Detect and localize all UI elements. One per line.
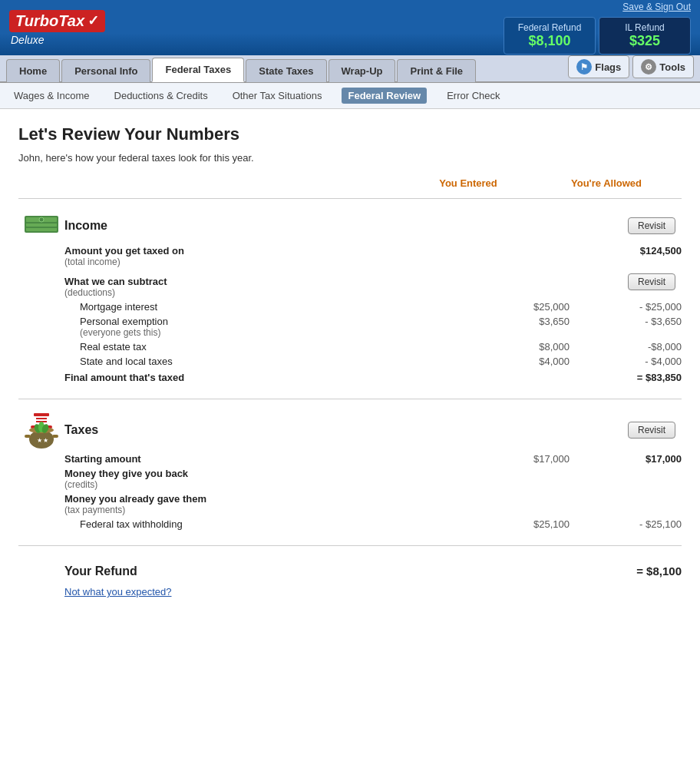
main-nav: Home Personal Info Federal Taxes State T…: [0, 55, 700, 83]
starting-amount-allowed: $17,000: [582, 453, 682, 465]
withholding-allowed: - $25,100: [582, 518, 682, 530]
final-amount-label: Final amount that's taxed: [64, 372, 490, 383]
your-refund-amount: = $8,100: [582, 564, 682, 578]
refund-boxes: Federal Refund $8,100 IL Refund $325: [504, 17, 691, 55]
taxes-label: Taxes: [64, 423, 628, 437]
mortgage-label: Mortgage interest: [64, 301, 490, 313]
amount-taxed-label-group: Amount you get taxed on (total income): [64, 245, 490, 267]
page-title: Let's Review Your Numbers: [18, 124, 682, 144]
tools-button[interactable]: ⚙ Tools: [632, 55, 694, 78]
logo-area: TurboTax ✓ Deluxe: [9, 10, 105, 46]
credits-label: Money they give you back: [64, 468, 490, 479]
income-revisit-button[interactable]: Revisit: [628, 217, 675, 234]
personal-exemption-entered: $3,650: [490, 316, 582, 327]
taxes-header-row: ★ ★ Taxes Revisit: [18, 412, 682, 449]
income-icon: [18, 211, 64, 240]
subtitle: John, here's how your federal taxes look…: [18, 152, 682, 164]
save-sign-out-link[interactable]: Save & Sign Out: [622, 2, 691, 12]
personal-exemption-sub: (everyone gets this): [80, 327, 490, 338]
your-refund-row: Your Refund = $8,100: [18, 558, 682, 581]
income-section: Income Revisit Amount you get taxed on (…: [18, 198, 682, 399]
mortgage-entered: $25,000: [490, 301, 582, 313]
your-refund-label: Your Refund: [18, 564, 277, 578]
federal-refund-box: Federal Refund $8,100: [504, 17, 596, 55]
svg-rect-7: [34, 413, 49, 416]
credits-row: Money they give you back (credits): [18, 468, 682, 490]
flags-label: Flags: [595, 61, 621, 73]
tools-icon: ⚙: [641, 59, 656, 74]
personal-exemption-label-group: Personal exemption (everyone gets this): [64, 316, 490, 338]
header: TurboTax ✓ Deluxe Save & Sign Out Federa…: [0, 0, 700, 55]
credits-sub: (credits): [64, 479, 490, 490]
tab-federal-taxes[interactable]: Federal Taxes: [152, 58, 244, 82]
real-estate-allowed: -$8,000: [582, 341, 682, 353]
not-expected-link[interactable]: Not what you expected?: [64, 586, 171, 598]
real-estate-label: Real estate tax: [64, 341, 490, 353]
income-header-row: Income Revisit: [18, 211, 682, 240]
column-headers: You Entered You're Allowed: [18, 177, 682, 189]
starting-amount-entered: $17,000: [490, 453, 582, 465]
sub-nav: Wages & Income Deductions & Credits Othe…: [0, 83, 700, 109]
tab-state-taxes[interactable]: State Taxes: [246, 59, 326, 82]
final-amount-row: Final amount that's taxed = $83,850: [18, 372, 682, 383]
credits-label-group: Money they give you back (credits): [64, 468, 490, 490]
payments-row: Money you already gave them (tax payment…: [18, 493, 682, 515]
sub-nav-deductions[interactable]: Deductions & Credits: [110, 88, 213, 104]
il-refund-box: IL Refund $325: [599, 17, 691, 55]
deductions-label: What we can subtract: [64, 276, 490, 287]
federal-refund-label: Federal Refund: [517, 22, 583, 33]
federal-refund-amount: $8,100: [517, 33, 583, 49]
sub-nav-federal-review[interactable]: Federal Review: [342, 88, 427, 104]
taxes-revisit-button[interactable]: Revisit: [628, 422, 675, 439]
amount-taxed-allowed: $124,500: [582, 245, 682, 257]
tools-label: Tools: [659, 61, 685, 73]
tab-personal-info[interactable]: Personal Info: [61, 59, 150, 82]
personal-exemption-allowed: - $3,650: [582, 316, 682, 327]
il-refund-amount: $325: [612, 33, 678, 49]
mortgage-row: Mortgage interest $25,000 - $25,000: [18, 301, 682, 313]
sub-nav-error-check[interactable]: Error Check: [442, 88, 504, 104]
deductions-sub: (deductions): [64, 287, 490, 298]
logo-box: TurboTax ✓: [9, 10, 105, 32]
flags-button[interactable]: ⚑ Flags: [568, 55, 629, 78]
refund-section: Your Refund = $8,100 Not what you expect…: [18, 545, 682, 610]
deductions-revisit-button[interactable]: Revisit: [628, 273, 675, 290]
deductions-header-row: What we can subtract (deductions) Revisi…: [18, 273, 682, 298]
svg-rect-17: [25, 435, 31, 438]
col-header-entered: You Entered: [399, 177, 537, 189]
sub-nav-other-tax[interactable]: Other Tax Situations: [228, 88, 327, 104]
state-local-allowed: - $4,000: [582, 356, 682, 367]
final-amount-allowed: = $83,850: [582, 372, 682, 383]
personal-exemption-label: Personal exemption: [80, 316, 490, 327]
amount-taxed-row: Amount you get taxed on (total income) $…: [18, 245, 682, 267]
content: Let's Review Your Numbers John, here's h…: [0, 109, 700, 625]
col-header-allowed: You're Allowed: [537, 177, 675, 189]
payments-sub: (tax payments): [64, 505, 490, 515]
mortgage-allowed: - $25,000: [582, 301, 682, 313]
real-estate-row: Real estate tax $8,000 -$8,000: [18, 341, 682, 353]
real-estate-entered: $8,000: [490, 341, 582, 353]
withholding-entered: $25,100: [490, 518, 582, 530]
tab-home[interactable]: Home: [6, 59, 60, 82]
amount-taxed-sub: (total income): [64, 257, 490, 267]
payments-label-group: Money you already gave them (tax payment…: [64, 493, 490, 515]
personal-exemption-row: Personal exemption (everyone gets this) …: [18, 316, 682, 338]
withholding-row: Federal tax withholding $25,100 - $25,10…: [18, 518, 682, 530]
svg-rect-9: [36, 418, 47, 419]
income-label: Income: [64, 219, 628, 233]
taxes-icon: ★ ★: [18, 412, 64, 449]
svg-rect-18: [52, 435, 58, 438]
header-right: Save & Sign Out Federal Refund $8,100 IL…: [504, 2, 691, 55]
starting-amount-row: Starting amount $17,000 $17,000: [18, 453, 682, 465]
taxes-section: ★ ★ Taxes Revisit Starting amount $17,00…: [18, 399, 682, 545]
state-local-entered: $4,000: [490, 356, 582, 367]
tab-wrap-up[interactable]: Wrap-Up: [329, 59, 396, 82]
logo-subtitle: Deluxe: [11, 34, 105, 46]
tab-print-file[interactable]: Print & File: [397, 59, 476, 82]
svg-point-6: [39, 217, 44, 222]
logo-text: TurboTax: [15, 12, 84, 30]
sub-nav-wages[interactable]: Wages & Income: [9, 88, 94, 104]
il-refund-label: IL Refund: [612, 22, 678, 33]
starting-amount-label: Starting amount: [64, 453, 490, 465]
amount-taxed-label: Amount you get taxed on: [64, 245, 490, 257]
